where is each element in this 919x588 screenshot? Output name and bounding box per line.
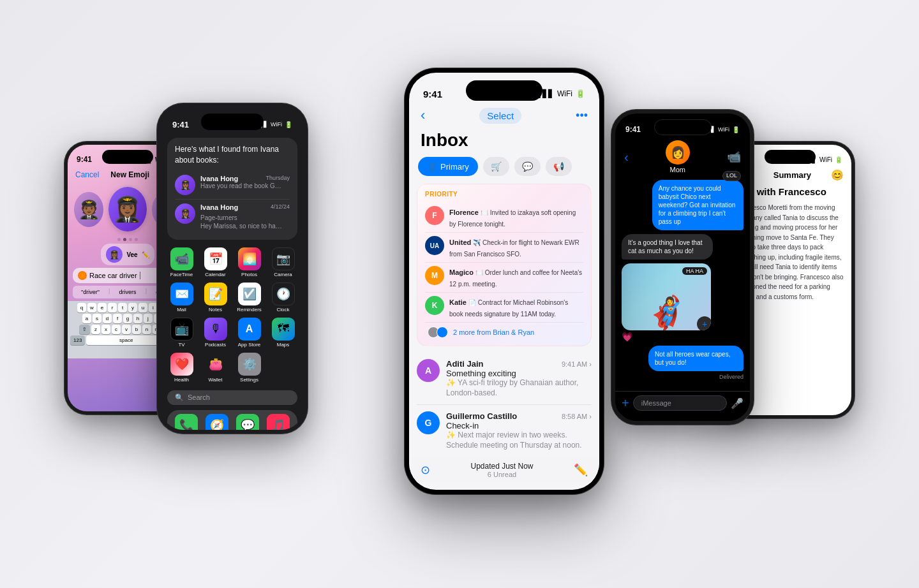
summary-options-icon[interactable]: 😊 — [831, 169, 844, 181]
app-facetime[interactable]: 📹 FaceTime — [167, 247, 196, 277]
dynamic-island-p5 — [765, 150, 816, 164]
key-t[interactable]: t — [118, 303, 127, 312]
heart-reaction: 💗 — [622, 332, 632, 342]
filter-tab-social[interactable]: 💬 — [514, 157, 541, 176]
mail-inbox-title: Inbox — [421, 130, 468, 150]
priority-label: PRIORITY — [425, 191, 583, 198]
sender-aditi: Aditi Jain — [446, 359, 484, 369]
dock-music[interactable]: 🎵 — [267, 414, 290, 430]
phone-mail-inbox: 9:41 ▋▋▋ WiFi 🔋 ‹ Select ••• Inbox — [404, 68, 604, 495]
dot-3 — [129, 238, 132, 241]
app-grid: 📹 FaceTime 📅 Calendar 🌅 Photos 📷 Camera — [161, 244, 304, 389]
app-calendar[interactable]: 📅 Calendar — [201, 247, 230, 277]
app-settings[interactable]: ⚙️ Settings — [235, 353, 264, 383]
compose-button[interactable]: ✏️ — [574, 463, 588, 477]
app-health[interactable]: ❤️ Health — [167, 353, 196, 383]
selected-avatar-icon: 👩🏾‍✈️ — [106, 246, 123, 263]
cancel-button-p1[interactable]: Cancel — [75, 170, 99, 179]
key-g[interactable]: g — [123, 314, 132, 323]
key-n[interactable]: n — [142, 325, 151, 334]
priority-email-magico[interactable]: M Magico 🍽️ Order lunch and coffee for N… — [425, 263, 583, 293]
key-f[interactable]: f — [113, 314, 122, 323]
dock-messages[interactable]: 💬 — [236, 414, 259, 430]
key-y[interactable]: y — [128, 303, 137, 312]
msg-preview-1: Have you read the book Good Material yet… — [200, 182, 283, 189]
search-bar-p2[interactable]: 🔍 Search — [167, 390, 297, 405]
dynamic-island-p4 — [654, 119, 712, 135]
priority-email-florence[interactable]: F Florence 🍽️ Invited to izakaya soft op… — [425, 203, 583, 233]
app-podcasts[interactable]: 🎙 Podcasts — [201, 318, 230, 348]
video-call-icon[interactable]: 📹 — [727, 150, 741, 164]
key-b[interactable]: b — [132, 325, 141, 334]
app-reminders[interactable]: ☑️ Reminders — [235, 283, 264, 312]
mini-avatar-2 — [437, 327, 448, 338]
app-camera[interactable]: 📷 Camera — [269, 247, 297, 277]
key-c[interactable]: c — [112, 325, 121, 334]
key-a[interactable]: a — [82, 314, 91, 323]
app-mail[interactable]: ✉️ Mail — [167, 283, 196, 312]
delivered-label: Delivered — [719, 374, 743, 380]
app-maps[interactable]: 🗺 Maps — [269, 318, 297, 348]
avatar-united: UA — [425, 236, 444, 255]
filter-tab-primary[interactable]: 👤 Primary — [418, 157, 478, 176]
key-s[interactable]: s — [93, 314, 101, 323]
app-appstore[interactable]: A App Store — [235, 318, 264, 348]
autocomplete-quoted[interactable]: "driver" — [78, 288, 102, 297]
mic-icon-p4[interactable]: 🎤 — [731, 397, 743, 409]
mail-select-button[interactable]: Select — [479, 108, 521, 124]
app-wallet[interactable]: 👛 Wallet — [201, 353, 230, 383]
mail-status-sub: 6 Unread — [470, 471, 533, 478]
dot-4 — [135, 238, 138, 241]
dock-phone[interactable]: 📞 — [175, 414, 198, 430]
autocomplete-drivers[interactable]: drivers — [117, 288, 139, 297]
time-aditi: 9:41 AM › — [562, 360, 592, 368]
key-z[interactable]: z — [91, 325, 100, 334]
key-e[interactable]: e — [98, 303, 107, 312]
imessage-input[interactable]: iMessage — [633, 395, 727, 411]
edit-avatar-button[interactable]: ✏️ — [142, 251, 149, 258]
phones-container: 9:41 ▋▋▋ WiFi 🔋 Cancel New Emoji Insert … — [45, 20, 874, 568]
siri-result-1[interactable]: 👩🏾‍✈️ Ivana Hong Thursday Have you read … — [175, 171, 290, 200]
siri-result-2[interactable]: 👩🏾‍✈️ Ivana Hong 4/12/24 Page-turners He… — [175, 200, 290, 233]
contact-name: Mom — [670, 166, 685, 173]
avatar-main[interactable]: 👩🏾‍✈️ — [108, 187, 146, 232]
key-j[interactable]: j — [144, 314, 153, 323]
key-d[interactable]: d — [103, 314, 112, 323]
wifi-icon-p5: WiFi — [819, 156, 832, 163]
contact-avatar[interactable]: 👩 — [666, 140, 690, 165]
dock-safari[interactable]: 🧭 — [205, 414, 228, 430]
mail-more-button[interactable]: ••• — [576, 109, 588, 122]
mail-item-guillermo[interactable]: G Guillermo Castillo 8:58 AM › Check-in … — [417, 405, 592, 457]
key-u[interactable]: u — [138, 303, 147, 312]
filter-icon-bottom[interactable]: ⊙ — [421, 463, 430, 477]
priority-email-katie[interactable]: K Katie 📄 Contract for Michael Robinson'… — [425, 293, 583, 323]
add-photo-button[interactable]: + — [697, 316, 711, 330]
key-123[interactable]: 123 — [70, 335, 85, 345]
filter-tab-shopping[interactable]: 🛒 — [483, 157, 509, 176]
filter-tab-updates[interactable]: 📢 — [546, 157, 572, 176]
key-q[interactable]: q — [77, 303, 86, 312]
app-notes[interactable]: 📝 Notes — [201, 283, 230, 312]
priority-email-united[interactable]: UA United ✈️ Check-in for flight to Newa… — [425, 233, 583, 263]
bubble-sent-1: Any chance you could babysit Chico next … — [652, 180, 743, 230]
app-tv[interactable]: 📺 TV — [167, 318, 196, 348]
dot-1 — [117, 238, 121, 241]
messages-back-icon[interactable]: ‹ — [624, 150, 629, 165]
key-space[interactable]: space — [86, 335, 166, 345]
key-w[interactable]: w — [87, 303, 96, 312]
bubble-received-1: It's a good thing I love that cat as muc… — [622, 234, 713, 260]
key-shift[interactable]: ⇧ — [79, 325, 90, 334]
key-r[interactable]: r — [108, 303, 117, 312]
key-v[interactable]: v — [122, 325, 131, 334]
msg-preview-2: Hey Marissa, so nice to hang out t... — [200, 223, 283, 230]
mail-item-aditi[interactable]: A Aditi Jain 9:41 AM › Something excitin… — [417, 353, 592, 405]
app-clock[interactable]: 🕐 Clock — [269, 283, 297, 312]
key-x[interactable]: x — [101, 325, 110, 334]
more-from-row[interactable]: 2 more from Brian & Ryan — [425, 323, 583, 339]
key-h[interactable]: h — [133, 314, 142, 323]
mail-back-button[interactable]: ‹ — [421, 107, 425, 124]
plus-icon[interactable]: + — [622, 396, 629, 411]
msg-sender-2: Ivana Hong — [200, 203, 238, 211]
avatar-option-1[interactable]: 🧑🏾‍✈️ — [74, 192, 103, 227]
app-photos[interactable]: 🌅 Photos — [235, 247, 264, 277]
